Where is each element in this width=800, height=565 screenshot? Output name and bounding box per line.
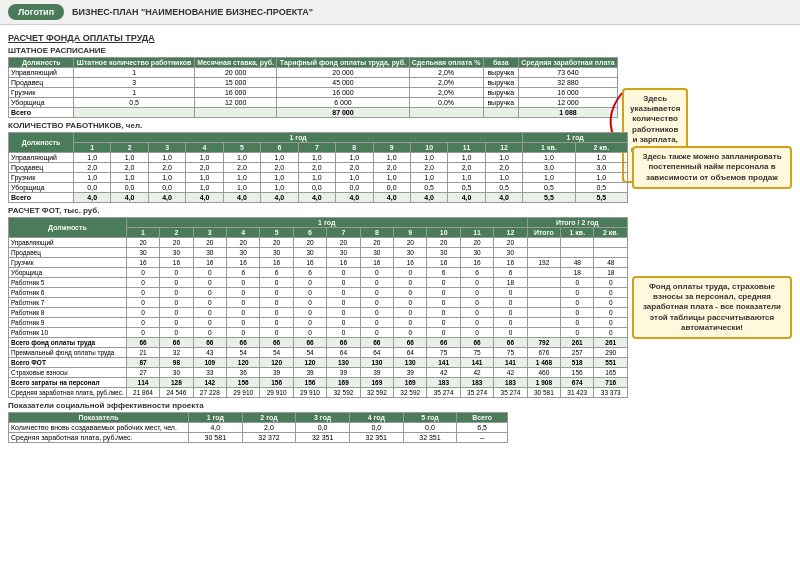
staffing-table: Должность Штатное количество работников …	[8, 57, 618, 118]
document-title: БИЗНЕС-ПЛАН "НАИМЕНОВАНИЕ БИЗНЕС-ПРОЕКТА…	[72, 7, 313, 17]
payroll-row: Управляющий 202020202020202020202020	[9, 238, 628, 248]
total-payroll-row: Всего фонд оплаты труда 6666666666666666…	[9, 338, 628, 348]
headcount-total-row: Всего 4,04,04,04,04,04,04,04,04,04,04,04…	[9, 193, 628, 203]
headcount-row: Грузчик 1,01,01,01,01,01,01,01,01,01,01,…	[9, 173, 628, 183]
payroll-row: Продавец 303030303030303030303030	[9, 248, 628, 258]
col-monthly-rate: Месячная ставка, руб.	[194, 58, 277, 68]
staffing-row: Уборщица0,512 0006 0000,0%выручка12 000	[9, 98, 618, 108]
payroll-row: Работник 5000000000001800	[9, 278, 628, 288]
staffing-row: Продавец315 00045 0002,0%выручка32 880	[9, 78, 618, 88]
insurance-row: Страховые взносы 27303336393939393942424…	[9, 368, 628, 378]
headcount-row: Управляющий 1,01,01,01,01,01,01,01,01,01…	[9, 153, 628, 163]
payroll-row: Грузчик 161616161616161616161616 1924848	[9, 258, 628, 268]
headcount-section-title: КОЛИЧЕСТВО РАБОТНИКОВ, чел.	[8, 121, 792, 130]
payroll-section-title: РАСЧЕТ ФОТ, тыс. руб.	[8, 206, 792, 215]
staffing-row: Грузчик116 00016 0002,0%выручка16 000	[9, 88, 618, 98]
premium-row: Премиальный фонд оплаты труда 2132435454…	[9, 348, 628, 358]
payroll-row: Работник 800000000000000	[9, 308, 628, 318]
top-bar: Логотип БИЗНЕС-ПЛАН "НАИМЕНОВАНИЕ БИЗНЕС…	[0, 0, 800, 25]
headcount-row: Уборщица 0,00,00,01,01,01,00,00,00,00,50…	[9, 183, 628, 193]
col-piecework-pct: Сдельная оплата %	[409, 58, 483, 68]
staffing-section-title: ШТАТНОЕ РАСПИСАНИЕ	[8, 46, 792, 55]
payroll-annotation: Фонд оплаты труда, страховые взносы за п…	[632, 276, 792, 340]
col-tariff-fund: Тарифный фонд оплаты труда, руб.	[277, 58, 409, 68]
payroll-row: Работник 600000000000000	[9, 288, 628, 298]
logo-button[interactable]: Логотип	[8, 4, 64, 20]
staffing-total-row: Всего87 0001 088	[9, 108, 618, 118]
col-avg-salary: Средняя заработная плата	[518, 58, 617, 68]
avg-salary-row: Средняя заработная плата, руб./мес. 21 8…	[9, 388, 628, 398]
col-headcount: Штатное количество работников	[74, 58, 194, 68]
col-position: Должность	[9, 58, 74, 68]
headcount-annotation: Здесь также можно запланировать постепен…	[632, 146, 792, 189]
payroll-row: Работник 900000000000000	[9, 318, 628, 328]
social-table: Показатель 1 год2 год3 год4 год5 годВсег…	[8, 412, 508, 443]
staffing-row: Управляющий120 00020 0002,0%выручка73 64…	[9, 68, 618, 78]
page-title: РАСЧЕТ ФОНДА ОПЛАТЫ ТРУДА	[8, 33, 792, 43]
total-personnel-row: Всего затраты на персонал 11412814215615…	[9, 378, 628, 388]
social-row: Средняя заработная плата, руб./мес. 30 5…	[9, 433, 508, 443]
social-section-title: Показатели социальной эффективности прое…	[8, 401, 792, 410]
col-piecework-base: база	[483, 58, 518, 68]
headcount-table: Должность 1 год 1 год 123456789101112 1 …	[8, 132, 628, 203]
payroll-table: Должность 1 год Итого / 2 год 1234567891…	[8, 217, 628, 398]
total-fot-row: Всего ФОТ 879810912012012013013013014114…	[9, 358, 628, 368]
payroll-row: Уборщица 000666000666 1818	[9, 268, 628, 278]
social-row: Количество вновь создаваемых рабочих мес…	[9, 423, 508, 433]
payroll-row: Работник 700000000000000	[9, 298, 628, 308]
headcount-row: Продавец 2,02,02,02,02,02,02,02,02,02,02…	[9, 163, 628, 173]
payroll-row: Работник 1000000000000000	[9, 328, 628, 338]
